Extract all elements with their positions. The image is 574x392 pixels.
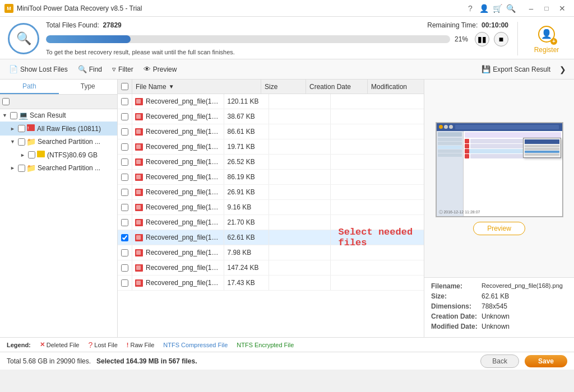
file-checkbox[interactable] [121, 128, 128, 136]
file-checkbox[interactable] [121, 113, 128, 120]
tree-item-all-raw[interactable]: ► ! All Raw Files (10811) [0, 122, 117, 136]
svg-rect-2 [37, 151, 45, 157]
progress-bar [46, 35, 450, 43]
col-modification[interactable]: Modification [368, 80, 418, 94]
info-creation-value: Unknown [482, 312, 510, 320]
export-icon: 💾 [482, 65, 490, 73]
legend-ntfs-encrypted: NTFS Encrypted File [237, 342, 294, 348]
show-lost-files-button[interactable]: 📄 Show Lost Files [4, 63, 72, 75]
preview-action-button[interactable]: Preview [473, 222, 525, 235]
file-row: Recovered_png_file(16)....120.11 KB [118, 94, 424, 109]
find-button[interactable]: 🔍 Find [73, 63, 107, 75]
searched2-checkbox[interactable] [18, 165, 25, 172]
find-label: Find [89, 66, 102, 73]
legend-title: Legend: [7, 342, 31, 348]
expand-icon-ntfs: ► [20, 152, 28, 158]
register-icon: 👤 + [536, 24, 557, 45]
file-size: 7.98 KB [228, 249, 252, 256]
file-list: File Name ▼ Size Creation Date Modificat… [118, 80, 424, 337]
top-icon-search[interactable]: 🔍 [504, 2, 517, 15]
file-checkbox[interactable] [121, 219, 128, 226]
nav-right-button[interactable]: ❯ [556, 63, 570, 76]
maximize-button[interactable]: □ [539, 2, 554, 15]
all-raw-checkbox[interactable] [18, 125, 25, 132]
file-row: Recovered_png_file(163)...26.52 KB [118, 155, 424, 170]
tree-item-searched2[interactable]: ► 📁 Searched Partition ... [0, 162, 117, 174]
file-checkbox[interactable] [121, 158, 128, 166]
back-button[interactable]: Back [480, 354, 519, 368]
progress-fill [46, 35, 131, 43]
filter-label: Filter [118, 66, 133, 73]
pause-button[interactable]: ▮▮ [475, 32, 489, 46]
tree-item-searched1[interactable]: ▼ 📁 Searched Partition ... [0, 136, 117, 148]
file-name: Recovered_png_file(167)... [146, 218, 221, 226]
remaining-time-value: 00:10:00 [482, 21, 508, 29]
file-row: Recovered_png_file(162)...19.71 KB [118, 139, 424, 155]
preview-button[interactable]: 👁 Preview [139, 63, 182, 75]
file-name: Recovered_png_file(17).... [146, 264, 221, 272]
file-type-icon [135, 188, 144, 197]
file-checkbox[interactable] [121, 98, 128, 105]
export-label: Export Scan Result [493, 66, 550, 73]
close-button[interactable]: ✕ [555, 2, 570, 15]
file-checkbox[interactable] [121, 174, 128, 181]
preview-label: Preview [153, 66, 177, 73]
file-row: Recovered_png_file(161)...86.61 KB [118, 124, 424, 139]
file-type-icon [135, 218, 144, 227]
ntfs-label: (NTFS)80.69 GB [47, 151, 98, 159]
tree-item-scan-result[interactable]: ▼ 💻 Scan Result [0, 109, 117, 122]
file-checkbox[interactable] [121, 189, 128, 196]
file-checkbox[interactable] [121, 234, 128, 241]
top-icon-user[interactable]: 👤 [478, 2, 490, 15]
svg-rect-20 [136, 220, 141, 225]
file-checkbox[interactable] [121, 264, 128, 272]
scan-result-checkbox[interactable] [10, 112, 17, 119]
tab-type[interactable]: Type [59, 80, 118, 94]
tree-items: ▼ 💻 Scan Result ► ! All Raw Files (10811… [0, 109, 117, 337]
file-type-icon [135, 263, 144, 272]
col-size[interactable]: Size [261, 80, 306, 94]
svg-rect-4 [136, 99, 141, 104]
preview-icon: 👁 [144, 65, 151, 73]
file-checkbox[interactable] [121, 204, 128, 211]
tab-path[interactable]: Path [0, 80, 59, 94]
info-modified-value: Unknown [482, 323, 510, 330]
file-type-icon [135, 203, 144, 212]
total-files-count: 27829 [103, 21, 121, 29]
info-dimensions-row: Dimensions: 788x545 [431, 302, 567, 310]
file-name: Recovered_png_file(161)... [146, 128, 221, 136]
expand-icon-s1: ▼ [10, 139, 18, 144]
save-button[interactable]: Save [525, 355, 567, 367]
stop-button[interactable]: ■ [494, 32, 508, 46]
file-type-icon [135, 127, 144, 136]
tree-item-ntfs[interactable]: ► (NTFS)80.69 GB [0, 148, 117, 162]
file-name: Recovered_png_file(165)... [146, 188, 221, 196]
file-type-icon [135, 157, 144, 166]
minimize-button[interactable]: ‒ [524, 2, 538, 15]
export-scan-result-button[interactable]: 💾 Export Scan Result [477, 63, 555, 75]
file-rows: Recovered_png_file(16)....120.11 KBRecov… [118, 94, 424, 337]
file-checkbox[interactable] [121, 143, 128, 151]
file-checkbox[interactable] [121, 249, 128, 256]
svg-rect-14 [136, 175, 141, 179]
register-section[interactable]: 👤 + Register [527, 24, 566, 54]
col-creation-date[interactable]: Creation Date [306, 80, 368, 94]
file-type-icon [135, 172, 144, 181]
filter-button[interactable]: ▿ Filter [108, 63, 138, 75]
col-filename[interactable]: File Name ▼ [132, 80, 261, 94]
file-checkbox[interactable] [121, 279, 128, 287]
legend-deleted: ✕ Deleted File [40, 341, 80, 348]
file-type-icon [135, 278, 144, 287]
top-icon-cart[interactable]: 🛒 [491, 2, 503, 15]
file-name: Recovered_png_file(16).... [146, 97, 221, 105]
show-lost-files-label: Show Lost Files [20, 66, 68, 73]
info-dimensions-label: Dimensions: [431, 302, 482, 310]
info-filename-value: Recovered_png_file(168).png [482, 282, 563, 290]
ntfs-checkbox[interactable] [28, 151, 35, 158]
file-list-select-all[interactable] [121, 83, 128, 90]
tree-column-header [0, 95, 117, 109]
searched1-checkbox[interactable] [18, 138, 25, 146]
select-all-checkbox[interactable] [2, 98, 10, 105]
top-icon-help[interactable]: ? [464, 2, 476, 15]
main-content: Path Type ▼ 💻 Scan Result ► [0, 80, 574, 337]
